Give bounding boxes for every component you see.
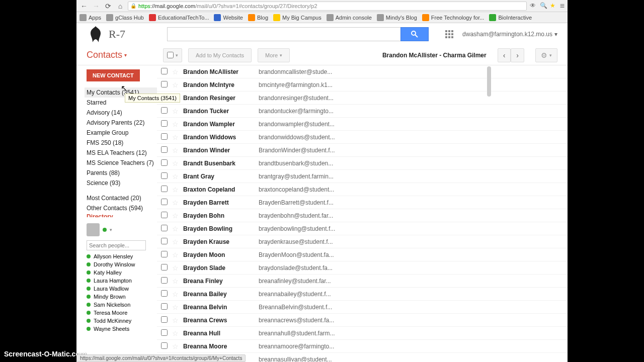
contact-row[interactable]: ☆ Brayden Bohn braydenbohn@student.far..… bbox=[157, 209, 568, 222]
contact-row[interactable]: ☆ Breanna Bailey breannabailey@student.f… bbox=[157, 288, 568, 301]
star-icon[interactable]: ☆ bbox=[172, 329, 183, 337]
row-checkbox[interactable] bbox=[161, 264, 172, 272]
contact-row[interactable]: ☆ Braxton Copeland braxtoncopeland@stude… bbox=[157, 183, 568, 196]
contact-name[interactable]: Breanna Bailey bbox=[183, 291, 259, 298]
contact-name[interactable]: Brandon Tucker bbox=[183, 108, 259, 115]
bookmark-item[interactable]: gClass Hub bbox=[106, 14, 144, 21]
sidebar-group-item[interactable]: MS ELA Teachers (12) bbox=[87, 148, 157, 158]
contact-row[interactable]: ☆ Brandon Widdows brandonwiddows@student… bbox=[157, 131, 568, 144]
row-checkbox[interactable] bbox=[161, 329, 172, 337]
row-checkbox[interactable] bbox=[161, 186, 172, 194]
contact-name[interactable]: Brayden Bohn bbox=[183, 212, 259, 219]
contact-name[interactable]: Brayden Bowling bbox=[183, 225, 259, 232]
sidebar-group-item[interactable]: Advisory (14) bbox=[87, 108, 157, 118]
bookmark-item[interactable]: Apps bbox=[79, 14, 101, 21]
contact-row[interactable]: ☆ Brayden Krause braydenkrause@student.f… bbox=[157, 235, 568, 248]
directory-link[interactable]: Directory bbox=[87, 213, 157, 217]
star-icon[interactable]: ☆ bbox=[172, 264, 183, 272]
chat-person[interactable]: Laura Hampton bbox=[87, 277, 157, 285]
contact-email[interactable]: BrandonWinder@student.f... bbox=[259, 147, 335, 154]
bookmark-item[interactable]: BioInteractive bbox=[489, 14, 532, 21]
apps-grid-icon[interactable] bbox=[445, 30, 453, 38]
contact-row[interactable]: ☆ Breanna Crews breannacrews@student.fa.… bbox=[157, 314, 568, 327]
contact-email[interactable]: braydenbowling@student.f... bbox=[259, 225, 335, 232]
star-icon[interactable]: ☆ bbox=[172, 159, 183, 167]
contact-email[interactable]: brandonwampler@student... bbox=[259, 121, 335, 128]
row-checkbox[interactable] bbox=[161, 342, 172, 350]
contact-name[interactable]: Brandon Widdows bbox=[183, 134, 259, 141]
chat-person[interactable]: Sam Nickelson bbox=[87, 301, 157, 309]
chat-person[interactable]: Wayne Sheets bbox=[87, 325, 157, 333]
menu-icon[interactable]: ≡ bbox=[560, 2, 565, 11]
contact-email[interactable]: brandonresinger@student... bbox=[259, 95, 334, 102]
contact-row[interactable]: ☆ Brandon Tucker brandontucker@farmingto… bbox=[157, 105, 568, 118]
contact-name[interactable]: Brandon McAllister bbox=[183, 68, 259, 75]
contact-row[interactable]: ☆ Brandt Busenbark brandtbusenbark@stude… bbox=[157, 157, 568, 170]
row-checkbox[interactable] bbox=[161, 303, 172, 311]
star-icon[interactable]: ☆ bbox=[172, 225, 183, 233]
star-icon[interactable]: ☆ bbox=[172, 238, 183, 246]
sidebar-group-item[interactable]: Advisory Parents (22) bbox=[87, 118, 157, 128]
contact-row[interactable]: ☆ Breanna Moore breannamoore@farmingto..… bbox=[157, 340, 568, 353]
contact-name[interactable]: Breanna Crews bbox=[183, 317, 259, 324]
chat-person[interactable]: Katy Halley bbox=[87, 268, 157, 277]
contact-email[interactable]: brandonmcallister@stude... bbox=[259, 68, 332, 75]
star-icon[interactable]: ☆ bbox=[172, 212, 183, 220]
chat-header[interactable]: ▾ bbox=[87, 221, 157, 238]
more-button[interactable]: More▾ bbox=[258, 48, 290, 62]
logo[interactable]: R-7 bbox=[87, 25, 157, 43]
contact-row[interactable]: ☆ Breana Finley breanafinley@student.far… bbox=[157, 275, 568, 288]
contact-email[interactable]: breannabailey@student.f... bbox=[259, 291, 331, 298]
contact-email[interactable]: brantgray@student.farmin... bbox=[259, 173, 334, 180]
forward-button[interactable]: → bbox=[92, 2, 101, 11]
zoom-icon[interactable]: 🔍 bbox=[540, 2, 548, 10]
contact-name[interactable]: Brandon Resinger bbox=[183, 95, 259, 102]
add-to-contacts-button[interactable]: Add to My Contacts bbox=[188, 48, 252, 62]
contact-email[interactable]: breannasullivan@student... bbox=[259, 356, 332, 363]
sidebar-group-item[interactable]: Other Contacts (594) bbox=[87, 203, 157, 213]
contact-row[interactable]: ☆ Brayden Bowling braydenbowling@student… bbox=[157, 222, 568, 235]
star-icon[interactable]: ☆ bbox=[172, 303, 183, 311]
star-icon[interactable]: ☆ bbox=[172, 81, 183, 89]
contact-email[interactable]: brandontucker@farmingto... bbox=[259, 108, 334, 115]
back-button[interactable]: ← bbox=[79, 2, 89, 11]
contact-name[interactable]: Breanna Hull bbox=[183, 330, 259, 337]
sidebar-group-item[interactable]: Parents (88) bbox=[87, 168, 157, 178]
star-icon[interactable]: ☆ bbox=[172, 186, 183, 194]
row-checkbox[interactable] bbox=[161, 107, 172, 115]
row-checkbox[interactable] bbox=[161, 316, 172, 324]
contact-name[interactable]: Brandt Busenbark bbox=[183, 160, 259, 167]
row-checkbox[interactable] bbox=[161, 159, 172, 167]
contact-email[interactable]: bmcintyre@farmington.k1... bbox=[259, 81, 333, 88]
contact-name[interactable]: Brandon McIntyre bbox=[183, 81, 259, 88]
chat-person[interactable]: Allyson Hensley bbox=[87, 252, 157, 260]
contact-name[interactable]: Breanna Belvin bbox=[183, 304, 259, 311]
bookmark-star-icon[interactable]: ★ bbox=[550, 2, 558, 10]
eye-icon[interactable]: 👁 bbox=[530, 2, 538, 10]
contact-email[interactable]: BraydenMoon@student.fa... bbox=[259, 251, 334, 258]
sidebar-group-item[interactable]: MS Science Teachers (7) bbox=[87, 158, 157, 168]
row-checkbox[interactable] bbox=[161, 81, 172, 89]
contacts-dropdown[interactable]: Contacts▾ bbox=[87, 50, 157, 60]
contact-email[interactable]: braydenbohn@student.far... bbox=[259, 212, 333, 219]
star-icon[interactable]: ☆ bbox=[172, 199, 183, 207]
contact-name[interactable]: Breanna Moore bbox=[183, 343, 259, 350]
row-checkbox[interactable] bbox=[161, 238, 172, 246]
bookmark-item[interactable]: Blog bbox=[248, 14, 268, 21]
contact-row[interactable]: ☆ Brandon Winder BrandonWinder@student.f… bbox=[157, 144, 568, 157]
star-icon[interactable]: ☆ bbox=[172, 120, 183, 128]
star-icon[interactable]: ☆ bbox=[172, 251, 183, 259]
contact-name[interactable]: Braxton Copeland bbox=[183, 186, 259, 193]
row-checkbox[interactable] bbox=[161, 146, 172, 154]
sidebar-group-item[interactable]: Example Group bbox=[87, 128, 157, 138]
new-contact-button[interactable]: NEW CONTACT bbox=[87, 69, 140, 81]
user-menu[interactable]: dwasham@farmington.k12.mo.us▾ bbox=[462, 31, 557, 38]
contact-name[interactable]: Brant Gray bbox=[183, 173, 259, 180]
contact-email[interactable]: breanafinley@student.far... bbox=[259, 278, 331, 285]
scrollbar-thumb[interactable] bbox=[487, 66, 491, 97]
star-icon[interactable]: ☆ bbox=[172, 277, 183, 285]
contact-name[interactable]: Brandon Winder bbox=[183, 147, 259, 154]
sidebar-group-item[interactable]: Science (93) bbox=[87, 178, 157, 188]
sidebar-group-item[interactable]: FMS 250 (18) bbox=[87, 138, 157, 148]
contact-email[interactable]: braydonslade@student.fa... bbox=[259, 264, 333, 272]
